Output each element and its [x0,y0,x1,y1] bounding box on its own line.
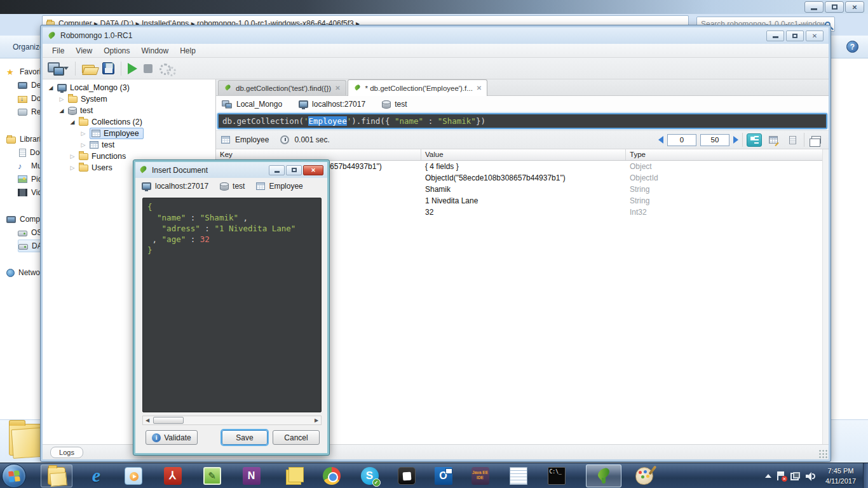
scrollbar-thumb[interactable] [153,417,184,424]
text-view-button[interactable] [785,133,800,147]
dialog-titlebar[interactable]: Insert Document ✕ [135,162,327,178]
selected-tree-item[interactable]: Employee [90,128,144,139]
tree-item-system[interactable]: ▷System [43,93,215,105]
robomongo-close-button[interactable]: ✕ [806,30,824,41]
orientation-toggle-icon[interactable] [159,63,175,74]
volume-icon[interactable] [806,472,815,480]
taskbar-command-prompt[interactable]: C:\_ [541,464,571,487]
network-tray-icon[interactable] [790,472,800,480]
downloads-icon [18,96,27,103]
collapsed-arrow-icon[interactable]: ▷ [80,142,86,148]
table-view-button[interactable] [766,133,781,147]
scroll-left-icon[interactable]: ◀ [143,417,152,423]
menu-help[interactable]: Help [174,45,201,57]
taskbar-windows-explorer[interactable] [41,464,72,487]
desktop-icon [18,82,27,89]
explorer-minimize-button[interactable] [804,1,824,13]
expanded-arrow-icon[interactable]: ◢ [58,107,65,114]
save-button[interactable]: Save [222,430,268,445]
menu-file[interactable]: File [46,45,70,57]
close-tab-icon[interactable]: ✕ [477,85,482,92]
dialog-maximize-button[interactable] [286,165,302,175]
folder-icon [79,165,88,172]
tree-item-connection[interactable]: ◢Local_Mongo (3) [43,82,215,93]
explorer-maximize-button[interactable] [825,1,844,13]
menu-view[interactable]: View [70,45,98,57]
clock-time: 7:45 PM [818,466,863,476]
tree-item-employee-collection[interactable]: ▷Employee [43,128,215,139]
breadcrumb-host: localhost:27017 [299,100,365,109]
maximize-icon [832,4,837,10]
taskbar-outlook[interactable]: O [428,464,458,487]
menu-options[interactable]: Options [98,45,135,57]
close-tab-icon[interactable]: ✕ [335,85,340,92]
taskbar-java-ee-ide[interactable]: Java EE IDE [465,464,495,487]
dialog-close-button[interactable]: ✕ [303,165,323,175]
taskbar-notepad[interactable] [503,464,533,487]
scroll-right-icon[interactable]: ▶ [312,417,321,423]
robomongo-maximize-button[interactable] [786,30,804,41]
table-header: Key Value Type [216,149,829,161]
explorer-close-button[interactable]: ✕ [845,1,864,13]
robomongo-minimize-button[interactable] [766,30,784,41]
tree-item-test-db[interactable]: ◢test [43,105,215,116]
collapsed-arrow-icon[interactable]: ▷ [69,165,76,171]
taskbar-chrome[interactable] [316,464,346,487]
collapsed-arrow-icon[interactable]: ▷ [58,96,65,102]
taskbar-clock[interactable]: 7:45 PM 4/11/2017 [818,466,863,486]
taskbar-sticky-notes[interactable] [280,464,309,487]
start-button[interactable] [2,464,26,488]
taskbar-notepad-plus-plus[interactable]: ✎ [197,464,227,487]
explorer-titlebar[interactable]: ✕ [0,0,868,14]
save-file-button[interactable] [102,62,114,74]
taskbar-robomongo[interactable] [586,464,621,487]
taskbar-paint[interactable] [629,464,659,487]
taskbar-onenote[interactable]: N [236,464,266,487]
cancel-button[interactable]: Cancel [273,430,320,445]
horizontal-scrollbar[interactable]: ◀ ▶ [142,416,322,425]
tree-view-button[interactable] [747,133,762,147]
collapsed-arrow-icon[interactable]: ▷ [69,153,76,159]
skip-input[interactable] [667,134,696,146]
column-header-value[interactable]: Value [421,149,626,160]
taskbar-windows-app[interactable] [391,464,421,487]
help-icon[interactable]: ? [846,41,858,53]
page-forward-button[interactable] [733,136,738,144]
tree-item-test-collection[interactable]: ▷test [43,139,215,151]
error-badge: ✕ [782,476,787,482]
menu-window[interactable]: Window [136,45,175,57]
resize-grip[interactable] [818,449,827,458]
expanded-arrow-icon[interactable]: ◢ [48,85,54,91]
dialog-minimize-button[interactable] [269,165,285,175]
action-center-icon[interactable]: ✕ [777,471,785,480]
show-hidden-icons-button[interactable] [765,474,771,478]
logs-toggle-button[interactable]: Logs [50,447,83,458]
expanded-arrow-icon[interactable]: ◢ [69,119,76,125]
validate-button[interactable]: iValidate [146,430,198,445]
taskbar-internet-explorer[interactable]: e [81,464,111,487]
open-new-window-button[interactable] [808,133,824,147]
column-header-type[interactable]: Type [626,149,829,160]
breadcrumb-collection: Employee [256,182,302,191]
document-json-editor[interactable]: { "name" : "Shamik" , "adress" : "1 Nive… [142,198,322,412]
collapsed-arrow-icon[interactable]: ▷ [80,130,86,137]
robomongo-titlebar[interactable]: Robomongo 1.0-RC1 ✕ [43,27,829,44]
execute-query-button[interactable] [128,63,137,74]
query-editor[interactable]: db.getCollection('Employee').find({ "nam… [217,113,827,129]
stop-query-button[interactable] [144,64,153,73]
tree-item-collections[interactable]: ◢Collections (2) [43,116,215,128]
taskbar-adobe-reader[interactable]: ⅄ [158,464,187,487]
taskbar-skype[interactable]: S [355,464,384,487]
os-drive-icon [18,231,27,236]
column-header-key[interactable]: Key [216,149,421,160]
clock-date: 4/11/2017 [818,476,863,486]
connections-button[interactable] [48,62,69,75]
tab-employee-query[interactable]: * db.getCollection('Employee').f... ✕ [348,79,488,96]
open-file-button[interactable] [82,64,96,74]
tab-test-query[interactable]: db.getCollection('test').find({}) ✕ [218,80,346,95]
taskbar-media-player[interactable] [118,464,148,487]
vertical-scrollbar[interactable] [822,149,829,444]
page-back-button[interactable] [658,136,663,144]
limit-input[interactable] [700,134,729,146]
show-desktop-button[interactable] [863,463,868,488]
